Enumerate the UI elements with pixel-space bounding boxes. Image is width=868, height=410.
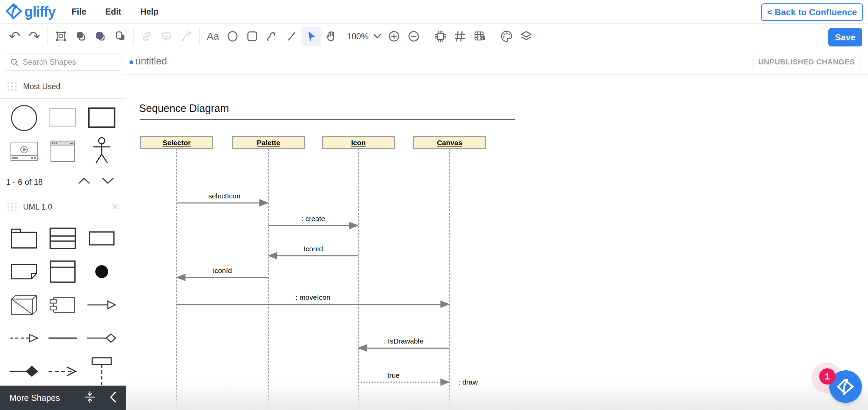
page-up-icon[interactable] (77, 177, 91, 186)
search-shapes-input[interactable] (5, 54, 121, 71)
lifeline-palette[interactable] (268, 149, 269, 410)
layers-icon[interactable] (516, 27, 536, 46)
section-title: Most Used (23, 82, 60, 91)
pan-tool-icon[interactable] (321, 27, 341, 46)
toolbar-separator (199, 27, 200, 45)
drag-handle-icon[interactable] (7, 82, 17, 91)
search-icon (10, 58, 19, 68)
shape-line-diamond-hollow[interactable] (82, 321, 121, 355)
drag-handle-icon[interactable] (7, 203, 17, 211)
arrowhead-right-icon (349, 222, 359, 229)
rectangle-tool-icon[interactable] (242, 27, 262, 46)
shape-rectangle-light[interactable] (43, 101, 82, 135)
grid-icon[interactable] (450, 27, 470, 46)
close-section-icon[interactable]: ✕ (111, 201, 119, 213)
pagination-label: 1 - 6 of 18 (6, 177, 43, 187)
section-header-most-used[interactable]: Most Used (0, 75, 126, 99)
lifeline-canvas[interactable] (449, 149, 450, 410)
section-header-uml[interactable]: UML 1.0 ✕ (0, 195, 126, 219)
arrowhead-right-icon (440, 300, 450, 308)
line-tool-icon[interactable] (282, 27, 301, 46)
toolbar-separator (493, 27, 493, 45)
ellipse-tool-icon[interactable] (223, 27, 242, 46)
connector-tool-icon[interactable] (262, 27, 282, 46)
more-shapes-bar[interactable]: More Shapes (0, 386, 126, 410)
shape-arrow-solid[interactable] (82, 288, 121, 321)
shape-video-player[interactable] (5, 135, 43, 168)
shape-uml-rectangle[interactable] (82, 222, 121, 255)
toolbar-separator (47, 27, 48, 45)
fit-canvas-icon[interactable] (431, 27, 450, 46)
unsaved-indicator-dot (130, 60, 133, 64)
lifeline-header-icon[interactable]: Icon (322, 136, 395, 149)
shape-library-sidebar: Most Used (0, 49, 126, 410)
shape-uml-package[interactable] (5, 222, 43, 255)
shape-rectangle-bold[interactable] (82, 101, 121, 135)
theme-palette-icon[interactable] (497, 27, 516, 46)
shape-circle[interactable] (5, 101, 43, 135)
diagram-title[interactable]: Sequence Diagram (139, 102, 229, 115)
shape-browser-window[interactable] (43, 135, 82, 168)
shape-line-diamond-filled[interactable] (5, 355, 43, 388)
shape-arrow-dashed-open[interactable] (43, 355, 82, 388)
page-down-icon[interactable] (101, 177, 115, 186)
canvas-area[interactable]: untitled UNPUBLISHED CHANGES Sequence Di… (126, 49, 868, 410)
zoom-level-value[interactable]: 100% (347, 32, 369, 41)
bring-forward-icon[interactable] (71, 27, 91, 46)
zoom-out-icon[interactable] (404, 27, 423, 46)
uml-shapes (0, 219, 126, 391)
zoom-dropdown-chevron-icon[interactable] (371, 27, 384, 46)
sequence-diagram[interactable]: Sequence Diagram Selector Palette Icon C… (126, 75, 868, 410)
gliffy-logo-icon (5, 2, 23, 22)
most-used-shapes (0, 99, 126, 171)
save-button[interactable]: Save (828, 28, 862, 46)
redo-icon[interactable]: ↷ (24, 27, 44, 46)
zoom-in-icon[interactable] (384, 27, 404, 46)
menu-edit[interactable]: Edit (105, 7, 121, 17)
lifeline-icon[interactable] (358, 149, 359, 410)
gliffy-logo: gliffy (5, 2, 55, 22)
lifeline-header-selector[interactable]: Selector (140, 136, 213, 149)
shape-uml-component[interactable] (43, 288, 82, 321)
document-title[interactable]: untitled (135, 56, 167, 67)
send-backward-icon[interactable] (91, 27, 110, 46)
shape-uml-lifeline[interactable] (82, 355, 121, 388)
gliffy-fab-logo-icon (836, 376, 855, 397)
message-draw-label[interactable]: : draw (458, 378, 478, 386)
shape-uml-note[interactable] (5, 255, 43, 288)
shape-uml-object[interactable] (43, 255, 82, 288)
shape-uml-class[interactable] (43, 222, 82, 255)
menu-help[interactable]: Help (140, 7, 159, 17)
collapse-panel-icon[interactable] (84, 391, 96, 405)
group-select-icon[interactable] (51, 27, 71, 46)
title-underline (140, 119, 515, 120)
document-header: untitled UNPUBLISHED CHANGES (126, 49, 868, 75)
pointer-tool-icon[interactable] (301, 27, 321, 46)
comment-icon[interactable] (157, 27, 176, 46)
shape-uml-start-node[interactable] (82, 255, 121, 288)
text-tool-icon[interactable]: Aa (203, 27, 223, 46)
menu-bar: gliffy File Edit Help < Back to Confluen… (0, 0, 868, 24)
shape-actor[interactable] (82, 135, 121, 168)
gliffy-editor: gliffy File Edit Help < Back to Confluen… (0, 0, 868, 410)
arrowhead-left-icon (357, 344, 367, 352)
menu-file[interactable]: File (72, 7, 86, 17)
duplicate-icon[interactable] (110, 27, 130, 46)
shape-arrow-dashed-hollow[interactable] (5, 321, 43, 355)
section-title: UML 1.0 (23, 202, 52, 212)
arrowhead-left-icon (176, 274, 185, 281)
back-to-confluence-button[interactable]: < Back to Confluence (761, 3, 863, 21)
shape-uml-node-3d[interactable] (5, 288, 43, 321)
collapse-sidebar-chevron-icon[interactable] (109, 391, 117, 404)
undo-icon[interactable]: ↶ (5, 27, 24, 46)
lifeline-header-canvas[interactable]: Canvas (413, 136, 486, 149)
eyedropper-icon[interactable] (176, 27, 196, 46)
notification-badge[interactable]: 1 (819, 368, 835, 385)
arrowhead-right-icon (440, 378, 450, 386)
arrowhead-left-icon (268, 252, 277, 259)
shape-line[interactable] (43, 321, 82, 355)
snap-to-grid-icon[interactable] (470, 27, 490, 46)
toolbar-separator (427, 27, 427, 45)
link-icon[interactable] (137, 27, 157, 46)
lifeline-header-palette[interactable]: Palette (232, 136, 305, 149)
